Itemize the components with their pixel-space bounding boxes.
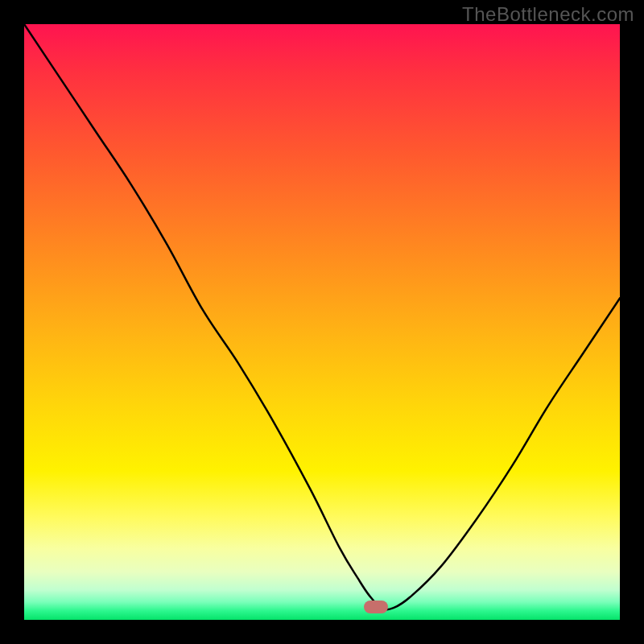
valley-marker: [364, 601, 388, 613]
plot-area: [24, 24, 620, 620]
curve-svg: [24, 24, 620, 620]
watermark-text: TheBottleneck.com: [462, 3, 634, 26]
chart-frame: TheBottleneck.com: [0, 0, 644, 644]
bottleneck-curve: [24, 24, 620, 609]
